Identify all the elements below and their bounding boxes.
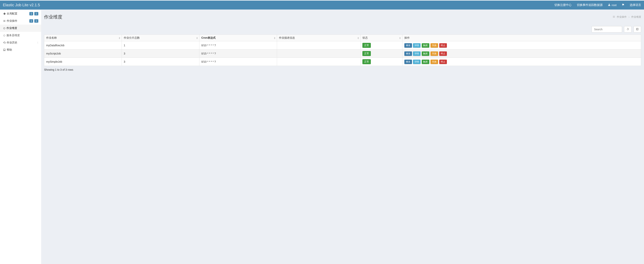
cell-cron: 0/10 * * * * ?: [200, 41, 277, 49]
badge: 1: [29, 19, 33, 23]
nav-user[interactable]: root: [608, 3, 616, 7]
refresh-icon: [626, 28, 629, 31]
shutdown-button[interactable]: 终止: [439, 60, 447, 64]
status-badge: 正常: [362, 43, 371, 48]
sidebar-item-label: 帮助: [7, 48, 38, 52]
chevron-left-icon: 〈: [36, 41, 38, 44]
badge-group: 1 1: [29, 19, 38, 23]
edit-button[interactable]: 修改: [404, 60, 412, 64]
cell-job-name: myScriptJob: [44, 49, 122, 58]
trigger-button[interactable]: 触发: [422, 51, 429, 56]
nav-switch-registry[interactable]: 切换注册中心: [554, 3, 572, 7]
history-icon: [3, 41, 6, 44]
svg-point-1: [4, 35, 5, 36]
columns-icon: [636, 28, 639, 31]
col-label: Cron表达式: [201, 36, 216, 39]
nav-switch-event-trace[interactable]: 切换事件追踪数据源: [577, 3, 603, 7]
circle-icon: [3, 34, 6, 36]
sidebar-item-job-ops[interactable]: 作业操作 1 1: [0, 17, 41, 24]
navbar-right: 切换注册中心 切换事件追踪数据源 root 选择语言: [554, 3, 641, 7]
col-desc[interactable]: 作业描述信息▲▼: [277, 35, 360, 41]
sidebar-item-job-dimension[interactable]: 作业维度: [0, 24, 41, 32]
badge: 1: [34, 19, 38, 23]
disable-button[interactable]: 失效: [430, 60, 438, 64]
col-status[interactable]: 状态▲▼: [360, 35, 402, 41]
col-actions: 操作: [402, 35, 641, 41]
edit-button[interactable]: 修改: [404, 43, 412, 48]
svg-point-0: [4, 27, 5, 29]
sidebar-item-label: 作业维度: [6, 26, 38, 30]
sort-icon: ▲▼: [118, 37, 120, 39]
jobs-table: 作业名称▲▼ 作业分片总数▲▼ Cron表达式▲▼ 作业描述信息▲▼ 状态▲▼ …: [44, 34, 641, 66]
sidebar-item-help[interactable]: 帮助: [0, 46, 41, 53]
detail-button[interactable]: 详情: [413, 51, 420, 56]
sort-icon: ▲▼: [357, 37, 359, 39]
circle-icon: [3, 27, 6, 29]
col-label: 作业分片总数: [124, 36, 140, 39]
cell-actions: 修改 详情 触发 失效 终止: [402, 41, 641, 49]
col-job-name[interactable]: 作业名称▲▼: [44, 35, 122, 41]
list-icon: [3, 20, 6, 22]
col-label: 作业名称: [46, 36, 57, 39]
sidebar-item-label: 服务器维度: [6, 34, 38, 37]
nav-flag[interactable]: [622, 3, 624, 7]
col-label: 作业描述信息: [279, 36, 295, 39]
badge: 1: [29, 12, 33, 15]
brand-title[interactable]: Elastic Job Lite v2.1.5: [3, 3, 40, 7]
navbar: Elastic Job Lite v2.1.5 切换注册中心 切换事件追踪数据源…: [0, 0, 644, 9]
gears-icon: [3, 12, 6, 15]
cell-job-name: mySimpleJob: [44, 58, 122, 66]
cell-desc: [277, 41, 360, 49]
sort-icon: ▲▼: [274, 37, 276, 39]
cell-shards: 3: [122, 58, 200, 66]
sort-icon: ▲▼: [399, 37, 401, 39]
sidebar-item-global-config[interactable]: 全局配置 1 1: [0, 10, 41, 17]
cell-cron: 0/10 * * * * ?: [200, 58, 277, 66]
col-cron[interactable]: Cron表达式▲▼: [200, 35, 277, 41]
content: 作业维度 作业操作 > 作业维度 作业名称▲▼ 作业分片总数▲▼ Cron表达式…: [41, 10, 644, 264]
disable-button[interactable]: 失效: [430, 43, 438, 48]
badge: 1: [34, 12, 38, 15]
disable-button[interactable]: 失效: [430, 51, 438, 56]
search-input[interactable]: [592, 26, 622, 32]
sort-icon: ▲▼: [196, 37, 198, 39]
shutdown-button[interactable]: 终止: [439, 51, 447, 56]
sidebar-item-job-history[interactable]: 作业历史 〈: [0, 39, 41, 46]
col-label: 操作: [404, 36, 410, 39]
breadcrumb-item[interactable]: 作业操作: [617, 15, 627, 19]
sidebar-item-label: 作业操作: [7, 19, 29, 23]
breadcrumb-separator: >: [628, 16, 630, 18]
shutdown-button[interactable]: 终止: [439, 43, 447, 48]
page-title: 作业维度: [44, 14, 62, 20]
status-badge: 正常: [362, 51, 371, 56]
flag-icon: [622, 3, 624, 7]
sidebar-item-server-dimension[interactable]: 服务器维度: [0, 32, 41, 39]
trigger-button[interactable]: 触发: [422, 60, 429, 64]
sidebar: 全局配置 1 1 作业操作 1 1 作业维度 服务器维度 作业历史 〈: [0, 10, 41, 264]
breadcrumb-item: 作业维度: [631, 15, 641, 19]
sidebar-menu: 全局配置 1 1 作业操作 1 1 作业维度 服务器维度 作业历史 〈: [0, 10, 41, 53]
cell-status: 正常: [360, 58, 402, 66]
cell-status: 正常: [360, 49, 402, 58]
cell-actions: 修改 详情 触发 失效 终止: [402, 49, 641, 58]
columns-button[interactable]: [634, 26, 641, 32]
sidebar-item-label: 全局配置: [7, 12, 29, 15]
edit-button[interactable]: 修改: [404, 51, 412, 56]
cell-actions: 修改 详情 触发 失效 终止: [402, 58, 641, 66]
cell-desc: [277, 58, 360, 66]
cell-job-name: myDataflowJob: [44, 41, 122, 49]
cell-status: 正常: [360, 41, 402, 49]
breadcrumb: 作业操作 > 作业维度: [612, 15, 641, 19]
table-row: myDataflowJob 1 0/10 * * * * ? 正常 修改 详情 …: [44, 41, 641, 49]
nav-select-language[interactable]: 选择语言: [630, 3, 641, 7]
detail-button[interactable]: 详情: [413, 43, 420, 48]
table-row: myScriptJob 3 0/15 * * * * ? 正常 修改 详情 触发…: [44, 49, 641, 58]
col-shards[interactable]: 作业分片总数▲▼: [122, 35, 200, 41]
book-icon: [3, 48, 6, 51]
trigger-button[interactable]: 触发: [422, 43, 429, 48]
detail-button[interactable]: 详情: [413, 60, 420, 64]
content-header: 作业维度 作业操作 > 作业维度: [44, 13, 641, 22]
cell-shards: 1: [122, 41, 200, 49]
badge-group: 1 1: [29, 12, 38, 15]
refresh-button[interactable]: [624, 26, 632, 32]
